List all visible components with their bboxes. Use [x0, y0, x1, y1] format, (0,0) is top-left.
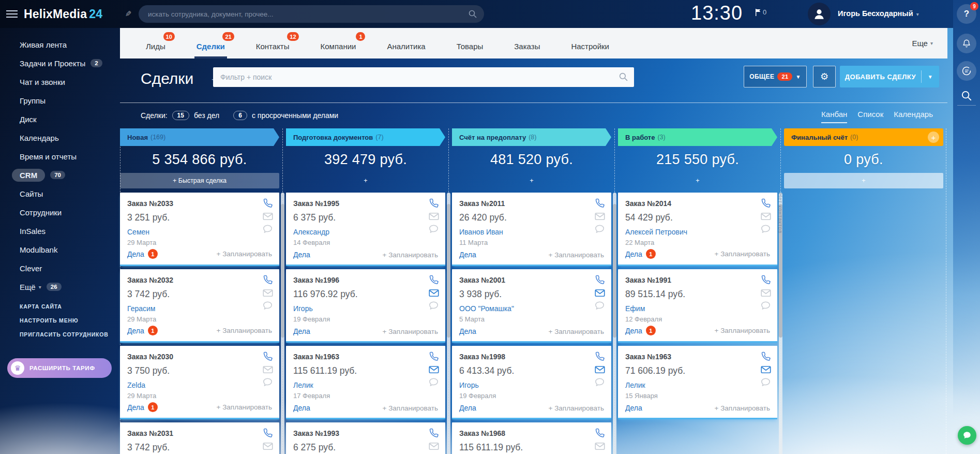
- phone-icon[interactable]: [429, 352, 439, 361]
- deal-client-link[interactable]: Герасим: [127, 304, 272, 313]
- deal-activities-link[interactable]: Дела: [459, 327, 476, 335]
- phone-icon[interactable]: [595, 198, 605, 208]
- column-scrollbar[interactable]: [281, 193, 284, 454]
- mail-icon[interactable]: [761, 289, 771, 297]
- column-header[interactable]: Новая(169): [120, 128, 279, 146]
- column-header[interactable]: Финальный счёт(0)+: [784, 128, 943, 146]
- sidebar-item[interactable]: Живая лента: [20, 35, 102, 54]
- chat-history-button[interactable]: [957, 61, 976, 81]
- mail-icon[interactable]: [761, 365, 771, 374]
- deal-card[interactable]: Заказ №1963115 611.19 руб.Лелик17 Феврал…: [286, 346, 445, 419]
- mail-icon[interactable]: [429, 212, 439, 221]
- plan-activity-link[interactable]: + Запланировать: [549, 404, 604, 412]
- phone-icon[interactable]: [761, 198, 771, 208]
- deal-client-link[interactable]: Иванов Иван: [459, 228, 604, 236]
- nav-tab[interactable]: Товары: [455, 28, 486, 58]
- flag-counter[interactable]: 0: [755, 8, 766, 16]
- quick-deal-button[interactable]: +: [618, 173, 777, 188]
- deal-client-link[interactable]: Лелик: [625, 381, 770, 389]
- phone-icon[interactable]: [263, 428, 273, 438]
- mail-icon[interactable]: [761, 212, 771, 221]
- nav-tab[interactable]: Компании1: [319, 28, 358, 58]
- plan-activity-link[interactable]: + Запланировать: [217, 403, 272, 411]
- user-avatar[interactable]: [808, 3, 831, 25]
- phone-icon[interactable]: [761, 275, 771, 285]
- clock[interactable]: 13:30: [691, 2, 748, 24]
- phone-icon[interactable]: [429, 428, 439, 438]
- plan-activity-link[interactable]: + Запланировать: [383, 328, 438, 335]
- plan-activity-link[interactable]: + Запланировать: [549, 328, 604, 335]
- deal-client-link[interactable]: Игорь: [459, 381, 604, 389]
- plan-activity-link[interactable]: + Запланировать: [383, 251, 438, 259]
- sidebar-item[interactable]: Задачи и Проекты2: [20, 54, 102, 72]
- column-header[interactable]: Счёт на предоплату(8): [452, 128, 611, 146]
- sidebar-item[interactable]: Чат и звонки: [20, 72, 102, 91]
- deal-client-link[interactable]: Алексей Петрович: [625, 228, 770, 236]
- edit-logo-icon[interactable]: ✎: [125, 9, 132, 19]
- mail-icon[interactable]: [429, 442, 439, 450]
- comment-icon[interactable]: [429, 378, 439, 387]
- deal-card[interactable]: Заказ №1968115 611.19 руб.Дела+ Запланир…: [452, 422, 611, 454]
- phone-icon[interactable]: [263, 275, 273, 285]
- global-search-input[interactable]: [148, 10, 463, 18]
- nav-tab[interactable]: Сделки21: [194, 28, 227, 58]
- filter-search-input[interactable]: [220, 73, 613, 81]
- deal-activities-link[interactable]: Дела1: [127, 402, 158, 412]
- deal-activities-link[interactable]: Дела: [293, 327, 310, 335]
- view-tab-item[interactable]: Календарь: [894, 110, 933, 123]
- deal-activities-link[interactable]: Дела: [459, 251, 476, 259]
- deal-card[interactable]: Заказ №20313 742 руб.Дела+ Запланировать: [120, 422, 279, 454]
- mail-icon[interactable]: [595, 212, 605, 221]
- comment-icon[interactable]: [761, 225, 771, 233]
- sidebar-item[interactable]: Календарь: [20, 128, 102, 147]
- deal-client-link[interactable]: Лелик: [293, 381, 438, 389]
- menu-hamburger-icon[interactable]: [6, 8, 18, 20]
- deal-card[interactable]: Заказ №19936 275 руб.Дела+ Запланировать: [286, 422, 445, 454]
- comment-icon[interactable]: [595, 301, 605, 310]
- sidebar-item[interactable]: Сотрудники: [20, 203, 102, 222]
- mail-icon[interactable]: [595, 442, 605, 450]
- plan-activity-link[interactable]: + Запланировать: [549, 251, 604, 259]
- nav-tab[interactable]: Лиды10: [144, 28, 168, 58]
- mail-icon[interactable]: [263, 442, 273, 450]
- comment-icon[interactable]: [761, 378, 771, 387]
- app-logo[interactable]: HelixMedia24: [24, 7, 102, 21]
- plan-activity-link[interactable]: + Запланировать: [715, 404, 770, 412]
- deal-card[interactable]: Заказ №20303 750 руб.Zelda29 МартаДела1+…: [120, 346, 279, 419]
- column-header[interactable]: Подготовка документов(7): [286, 128, 445, 146]
- sidebar-item[interactable]: Группы: [20, 91, 102, 110]
- mail-icon[interactable]: [429, 365, 439, 374]
- plan-activity-link[interactable]: + Запланировать: [383, 404, 438, 412]
- deal-client-link[interactable]: Zelda: [127, 381, 272, 389]
- comment-icon[interactable]: [263, 301, 273, 310]
- sidebar-item[interactable]: Modulbank: [20, 240, 102, 259]
- sidebar-item[interactable]: InSales: [20, 222, 102, 240]
- column-add-button[interactable]: +: [928, 131, 939, 143]
- upgrade-plan-button[interactable]: ♛ РАСШИРИТЬ ТАРИФ: [7, 358, 112, 378]
- sidebar-footer-link[interactable]: ПРИГЛАСИТЬ СОТРУДНИКОВ: [20, 331, 109, 338]
- phone-icon[interactable]: [429, 198, 439, 208]
- quick-deal-button[interactable]: +: [452, 173, 611, 188]
- deal-activities-link[interactable]: Дела1: [625, 326, 656, 335]
- comment-icon[interactable]: [429, 225, 439, 233]
- settings-gear-button[interactable]: ⚙: [813, 66, 836, 87]
- phone-icon[interactable]: [595, 275, 605, 285]
- deal-card[interactable]: Заказ №20333 251 руб.Семен29 МартаДела1+…: [120, 193, 279, 266]
- sidebar-item[interactable]: Диск: [20, 110, 102, 128]
- saved-filter-button[interactable]: ОБЩЕЕ 21 ▼: [744, 66, 807, 87]
- deal-client-link[interactable]: Семен: [127, 228, 272, 236]
- deal-activities-link[interactable]: Дела1: [127, 326, 158, 335]
- deal-card[interactable]: Заказ №196371 606.19 руб.Лелик15 ЯнваряД…: [618, 346, 777, 419]
- deal-card[interactable]: Заказ №20013 938 руб.ООО "Ромашка"5 Март…: [452, 269, 611, 343]
- sidebar-item[interactable]: Clever: [20, 259, 102, 277]
- comment-icon[interactable]: [263, 378, 273, 387]
- deal-activities-link[interactable]: Дела1: [625, 249, 656, 259]
- sidebar-footer-link[interactable]: НАСТРОИТЬ МЕНЮ: [20, 317, 109, 324]
- deal-client-link[interactable]: Александр: [293, 228, 438, 236]
- phone-icon[interactable]: [595, 352, 605, 361]
- nav-tab[interactable]: Аналитика: [385, 28, 427, 58]
- deal-activities-link[interactable]: Дела1: [127, 249, 158, 259]
- mail-icon[interactable]: [595, 289, 605, 297]
- mail-icon[interactable]: [263, 365, 273, 374]
- overdue-count[interactable]: 6: [233, 111, 247, 120]
